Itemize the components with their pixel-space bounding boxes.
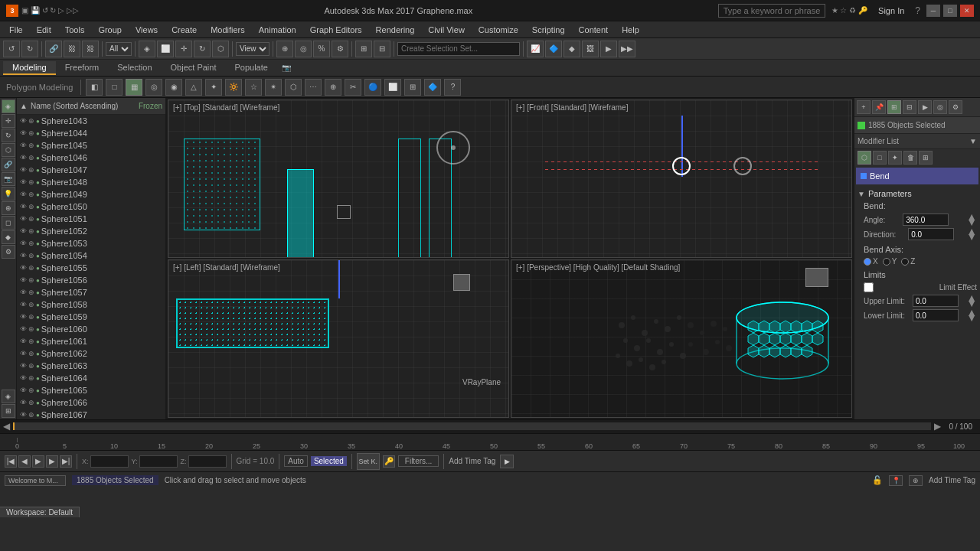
selected-key-btn[interactable]: Selected bbox=[311, 456, 347, 466]
y-input[interactable] bbox=[139, 455, 178, 468]
timeline-track[interactable] bbox=[13, 422, 931, 430]
menu-create[interactable]: Create bbox=[165, 24, 203, 36]
list-item[interactable]: 👁⊕●Sphere1048 bbox=[17, 176, 165, 188]
menu-file[interactable]: File bbox=[3, 24, 29, 36]
minimize-btn[interactable]: ─ bbox=[926, 5, 940, 17]
poly-tool-10[interactable]: ✴ bbox=[265, 79, 282, 96]
selection-set-input[interactable] bbox=[397, 42, 520, 56]
view-dropdown[interactable]: View bbox=[236, 42, 270, 56]
menu-content[interactable]: Content bbox=[573, 24, 615, 36]
menu-modifiers[interactable]: Modifiers bbox=[204, 24, 251, 36]
tool-camera[interactable]: 📷 bbox=[2, 172, 15, 186]
poly-tool-3[interactable]: ▦ bbox=[126, 79, 142, 96]
redo-btn[interactable]: ↻ bbox=[21, 41, 38, 57]
list-item[interactable]: 👁⊕●Sphere1067 bbox=[17, 409, 165, 419]
help-icon[interactable]: ? bbox=[915, 5, 920, 16]
z-input[interactable] bbox=[188, 455, 227, 468]
stack-icon-2[interactable]: □ bbox=[873, 151, 887, 165]
list-item[interactable]: 👁⊕●Sphere1046 bbox=[17, 152, 165, 164]
move-btn[interactable]: ✛ bbox=[175, 41, 192, 57]
menu-views[interactable]: Views bbox=[129, 24, 164, 36]
tool-geo[interactable]: ◆ bbox=[2, 230, 15, 244]
render-setup-btn[interactable]: 🖼 bbox=[582, 41, 599, 57]
list-item[interactable]: 👁⊕●Sphere1054 bbox=[17, 249, 165, 262]
status-lock-icon[interactable]: 🔓 bbox=[872, 475, 883, 485]
menu-rendering[interactable]: Rendering bbox=[370, 24, 421, 36]
params-arrow[interactable]: ▼ bbox=[858, 190, 865, 198]
list-item[interactable]: 👁⊕●Sphere1060 bbox=[17, 323, 165, 335]
timeline-next-btn[interactable]: ▶ bbox=[934, 421, 941, 432]
list-item[interactable]: 👁⊕●Sphere1059 bbox=[17, 311, 165, 323]
list-item[interactable]: 👁⊕●Sphere1055 bbox=[17, 262, 165, 274]
list-item[interactable]: 👁⊕●Sphere1062 bbox=[17, 347, 165, 360]
menu-civil-view[interactable]: Civil View bbox=[422, 24, 470, 36]
tool-system[interactable]: ⚙ bbox=[2, 245, 15, 259]
modifier-list-arrow[interactable]: ▼ bbox=[969, 137, 977, 145]
rp-icon-motion[interactable]: ▶ bbox=[918, 100, 932, 114]
axis-y[interactable]: Y bbox=[883, 257, 897, 266]
key-filters-btn[interactable]: 🔑 bbox=[383, 455, 395, 468]
curve-editor-btn[interactable]: 📈 bbox=[527, 41, 544, 57]
tool-light[interactable]: 💡 bbox=[2, 187, 15, 201]
stack-icon-delete[interactable]: 🗑 bbox=[903, 151, 917, 165]
poly-tool-12[interactable]: ⋯ bbox=[305, 79, 322, 96]
scale-btn[interactable]: ⬡ bbox=[212, 41, 229, 57]
viewport-top[interactable]: [+] [Top] [Standard] [Wireframe] bbox=[168, 99, 509, 258]
list-item[interactable]: 👁⊕●Sphere1047 bbox=[17, 164, 165, 176]
filters-btn[interactable]: Filters... bbox=[398, 455, 439, 467]
status-time-tag[interactable]: Add Time Tag bbox=[929, 476, 975, 484]
maximize-btn[interactable]: □ bbox=[943, 5, 957, 17]
poly-tool-7[interactable]: ✦ bbox=[205, 79, 222, 96]
tool-select[interactable]: ◈ bbox=[2, 99, 15, 113]
menu-graph-editors[interactable]: Graph Editors bbox=[304, 24, 368, 36]
poly-tool-1[interactable]: ◧ bbox=[86, 79, 103, 96]
navigate-circle[interactable] bbox=[436, 131, 470, 165]
poly-tool-9[interactable]: ☆ bbox=[245, 79, 262, 96]
rotate-btn[interactable]: ↻ bbox=[194, 41, 211, 57]
rp-icon-hier[interactable]: ⊟ bbox=[903, 100, 916, 114]
angle-spinner[interactable]: ▲▼ bbox=[966, 214, 977, 225]
poly-tool-11[interactable]: ⬡ bbox=[285, 79, 302, 96]
list-item[interactable]: 👁⊕●Sphere1049 bbox=[17, 188, 165, 201]
viewport-perspective[interactable]: [+] [Perspective] [High Quality] [Defaul… bbox=[511, 259, 852, 418]
poly-tool-14[interactable]: ✂ bbox=[345, 79, 361, 96]
set-key-btn[interactable]: Set K. bbox=[357, 453, 380, 470]
sign-in-btn[interactable]: Sign In bbox=[874, 6, 909, 15]
add-time-tag-btn[interactable]: Add Time Tag bbox=[449, 457, 495, 465]
timeline-prev-btn[interactable]: ◀ bbox=[3, 421, 10, 432]
menu-tools[interactable]: Tools bbox=[59, 24, 91, 36]
poly-tool-5[interactable]: ◉ bbox=[165, 79, 182, 96]
help-btn[interactable]: ? bbox=[444, 79, 461, 96]
direction-spinner[interactable]: ▲▼ bbox=[966, 229, 977, 240]
direction-value[interactable]: 0.0 bbox=[908, 228, 954, 240]
viewport-left[interactable]: [+] [Left] [Standard] [Wireframe] VRayPl… bbox=[168, 259, 509, 418]
schematic-btn[interactable]: 🔷 bbox=[545, 41, 562, 57]
search-input[interactable] bbox=[718, 4, 825, 18]
list-item[interactable]: 👁⊕●Sphere1056 bbox=[17, 274, 165, 286]
link-btn[interactable]: 🔗 bbox=[45, 41, 62, 57]
list-item[interactable]: 👁⊕●Sphere1063 bbox=[17, 360, 165, 372]
render-active-btn[interactable]: ▶▶ bbox=[619, 41, 635, 57]
spinner-snap-btn[interactable]: ⚙ bbox=[332, 41, 348, 57]
tool-move[interactable]: ✛ bbox=[2, 114, 15, 128]
listener-btn[interactable]: ▶ bbox=[500, 455, 514, 468]
play-prev-key[interactable]: |◀ bbox=[5, 455, 17, 468]
list-item[interactable]: 👁⊕●Sphere1061 bbox=[17, 335, 165, 347]
rp-icon-pin[interactable]: 📌 bbox=[872, 100, 886, 114]
tab-modeling[interactable]: Modeling bbox=[3, 61, 56, 75]
list-item[interactable]: 👁⊕●Sphere1053 bbox=[17, 237, 165, 249]
poly-tool-18[interactable]: 🔷 bbox=[424, 79, 441, 96]
rp-icon-add[interactable]: + bbox=[857, 100, 871, 114]
menu-customize[interactable]: Customize bbox=[472, 24, 524, 36]
list-item[interactable]: 👁 ⊕ ● Sphere1043 bbox=[17, 115, 165, 127]
upper-spinner[interactable]: ▲▼ bbox=[966, 295, 977, 306]
axis-z[interactable]: Z bbox=[901, 257, 915, 266]
stack-icon-config[interactable]: ⊞ bbox=[919, 151, 933, 165]
unlink-btn[interactable]: ⛓ bbox=[64, 41, 80, 57]
scene-list[interactable]: 👁 ⊕ ● Sphere1043 👁⊕●Sphere1044 👁⊕●Sphere… bbox=[17, 115, 165, 419]
auto-key-btn[interactable]: Auto bbox=[284, 455, 308, 467]
poly-tool-13[interactable]: ⊕ bbox=[325, 79, 341, 96]
modifier-bend[interactable]: Bend bbox=[856, 168, 978, 184]
pct-snap-btn[interactable]: % bbox=[313, 41, 330, 57]
poly-tool-6[interactable]: △ bbox=[185, 79, 202, 96]
